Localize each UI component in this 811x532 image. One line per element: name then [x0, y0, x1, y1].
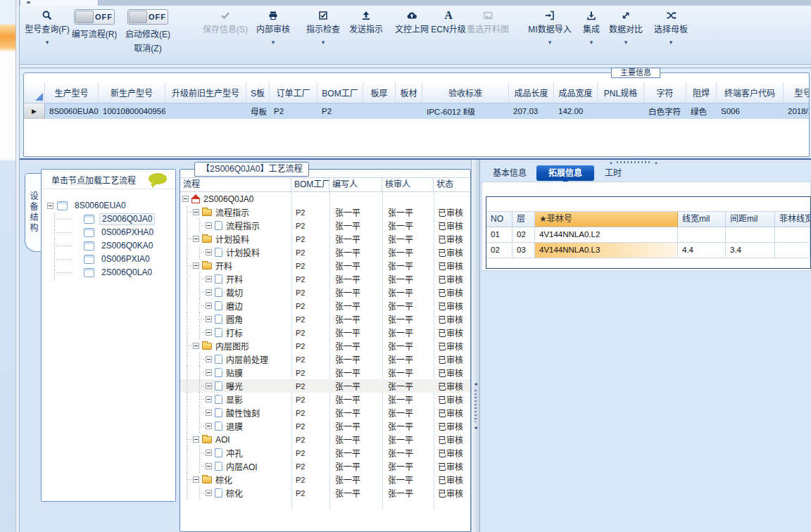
column-header-bom-factory[interactable]: BOM工厂	[291, 178, 329, 191]
splitter-grip[interactable]: ◄ ◄	[473, 381, 478, 431]
line-width-cell[interactable]	[678, 227, 726, 243]
process-row[interactable]: 2S006Q0JA0	[180, 192, 470, 205]
collapse-left-icon[interactable]: ◄	[473, 425, 478, 431]
process-row[interactable]: 打标 P2 张一平 张一平 已审核	[180, 326, 470, 339]
grid-column-header[interactable]: 终端客户代码	[717, 82, 784, 103]
collapse-expander-icon[interactable]	[193, 436, 199, 443]
tree-node[interactable]: 2S006Q0KA0	[42, 239, 175, 253]
film-table-row[interactable]: 01 02 4V144NNLA0.L2	[486, 227, 810, 243]
process-name-cell[interactable]: 内层前处理	[180, 353, 291, 366]
process-name-cell[interactable]: 流程指示	[180, 205, 291, 219]
process-name-cell[interactable]: 开料	[180, 272, 291, 286]
process-row[interactable]: 内层图形 P2 张一平 张一平 已审核	[180, 339, 470, 353]
column-header-status[interactable]: 状态	[434, 178, 470, 191]
row-selector-cell[interactable]: ▶	[24, 103, 45, 119]
grid-cell[interactable]: S006	[717, 103, 784, 119]
mi-data-import-button[interactable]: MI数据导入 ▾	[520, 9, 579, 44]
grid-cell[interactable]: 2018/12/20	[784, 103, 810, 119]
collapse-expander-icon[interactable]	[193, 209, 199, 215]
collapse-expander-icon[interactable]	[206, 490, 212, 496]
data-compare-button[interactable]: 数据对比 ▾	[601, 9, 650, 44]
grid-cell[interactable]: 8S0060EUA0	[45, 103, 99, 119]
collapse-expander-icon[interactable]	[206, 222, 212, 229]
collapse-expander-icon[interactable]	[206, 249, 212, 255]
device-structure-vertical-tab[interactable]: 设备结构	[25, 173, 42, 252]
grid-cell[interactable]	[396, 103, 422, 119]
grid-column-header[interactable]: 订单工厂	[270, 82, 318, 103]
process-name-cell[interactable]: 流程指示	[180, 219, 291, 232]
grid-column-header[interactable]: 验收标准	[422, 82, 509, 103]
collapse-expander-icon[interactable]	[206, 450, 212, 456]
dropdown-caret-icon[interactable]: ▾	[669, 40, 673, 44]
vertical-splitter[interactable]: ◄ ◄	[471, 160, 480, 532]
dropdown-caret-icon[interactable]: ▾	[322, 40, 325, 44]
collapse-expander-icon[interactable]	[206, 329, 212, 336]
select-master-board-button[interactable]: 选择母板 ▾	[646, 9, 696, 44]
internal-audit-button[interactable]: 内部审核 ▾	[248, 9, 298, 44]
process-name-cell[interactable]: 磨边	[180, 299, 291, 312]
tree-node-label[interactable]: 0S006PXHA0	[99, 227, 156, 238]
cancel-label[interactable]: 取消(Z)	[134, 42, 161, 53]
process-name-cell[interactable]: 显影	[180, 393, 291, 406]
column-header-line-width[interactable]: 线宽mil	[678, 212, 726, 227]
process-row[interactable]: 显影 P2 张一平 张一平 已审核	[180, 393, 470, 406]
column-header-film-no[interactable]: ★菲林号	[535, 212, 678, 227]
process-name-cell[interactable]: 曝光	[180, 379, 291, 393]
process-row[interactable]: 退膜 P2 张一平 张一平 已审核	[180, 419, 470, 433]
grid-cell[interactable]	[165, 103, 246, 119]
column-header-no[interactable]: NO	[486, 212, 513, 227]
column-header-auditor[interactable]: 核审人	[382, 178, 434, 191]
process-row[interactable]: 内层AOI P2 张一平 张一平 已审核	[180, 460, 470, 473]
tree-node[interactable]: 8S0060EUA0	[42, 199, 175, 213]
process-row[interactable]: 棕化 P2 张一平 张一平 已审核	[180, 473, 470, 486]
grid-column-header[interactable]: 板材	[396, 82, 422, 103]
collapse-expander-icon[interactable]	[206, 303, 212, 309]
grid-cell[interactable]: IPC-6012 Ⅱ级	[422, 103, 509, 119]
collapse-expander-icon[interactable]	[206, 276, 212, 282]
process-name-cell[interactable]: 棕化	[180, 473, 291, 486]
collapse-expander-icon[interactable]	[206, 463, 212, 469]
tree-node-label[interactable]: 2S006Q0KA0	[99, 241, 155, 251]
process-name-cell[interactable]: 内层AOI	[180, 460, 291, 473]
film-table-row[interactable]: 02 03 4V144NNLA0.L3 4.4 3.4	[486, 243, 810, 258]
line-width-cell[interactable]: 4.4	[678, 243, 726, 258]
process-flow-tab[interactable]: 【2S006Q0JA0】工艺流程	[194, 162, 309, 177]
process-name-cell[interactable]: 开料	[180, 259, 291, 272]
collapse-expander-icon[interactable]	[193, 476, 199, 483]
process-row[interactable]: 计划投料 P2 张一平 张一平 已审核	[180, 246, 470, 259]
grid-cell[interactable]: 白色字符	[644, 103, 686, 119]
layer-cell[interactable]: 02	[513, 227, 535, 243]
process-row[interactable]: 冲孔 P2 张一平 张一平 已审核	[180, 446, 470, 460]
collapse-up-icon[interactable]: ▲	[609, 160, 613, 165]
grid-column-header[interactable]: 新生产型号	[99, 82, 165, 103]
collapse-expander-icon[interactable]	[206, 316, 212, 322]
process-row[interactable]: 计划投料 P2 张一平 张一平 已审核	[180, 232, 470, 246]
tab-work-hours[interactable]: 工时	[597, 165, 629, 181]
column-header-layer[interactable]: 层	[513, 212, 535, 227]
process-row[interactable]: 磨边 P2 张一平 张一平 已审核	[180, 299, 470, 312]
active-ribbon-tab[interactable]	[20, 0, 99, 6]
column-header-flow[interactable]: 流程	[180, 178, 291, 191]
grid-column-header[interactable]: S板	[246, 82, 270, 103]
process-row[interactable]: 酸性蚀刻 P2 张一平 张一平 已审核	[180, 406, 470, 419]
dropdown-caret-icon[interactable]: ▾	[624, 40, 628, 44]
process-name-cell[interactable]: 2S006Q0JA0	[180, 192, 291, 205]
collapse-expander-icon[interactable]	[193, 343, 199, 349]
grid-cell[interactable]	[598, 103, 644, 119]
process-row[interactable]: 开料 P2 张一平 张一平 已审核	[180, 259, 470, 272]
collapse-left-icon[interactable]: ◄	[473, 381, 478, 387]
film-line-width-cell[interactable]	[775, 243, 810, 258]
no-cell[interactable]: 01	[486, 227, 513, 243]
collapse-expander-icon[interactable]	[47, 203, 54, 209]
collapse-expander-icon[interactable]	[182, 196, 189, 202]
grid-cell[interactable]: 10010800040956	[99, 103, 165, 119]
collapse-up-icon[interactable]: ▲	[654, 160, 658, 165]
grid-cell[interactable]: 母板	[246, 103, 270, 119]
process-name-cell[interactable]: 裁切	[180, 286, 291, 299]
collapse-expander-icon[interactable]	[193, 236, 199, 242]
dropdown-caret-icon[interactable]: ▾	[46, 40, 49, 44]
horizontal-splitter-grip[interactable]: ▲ ▲	[598, 160, 669, 165]
tree-node-label[interactable]: 0S006PXIA0	[99, 254, 152, 265]
process-name-cell[interactable]: 计划投料	[180, 232, 291, 246]
process-name-cell[interactable]: 冲孔	[180, 446, 291, 460]
